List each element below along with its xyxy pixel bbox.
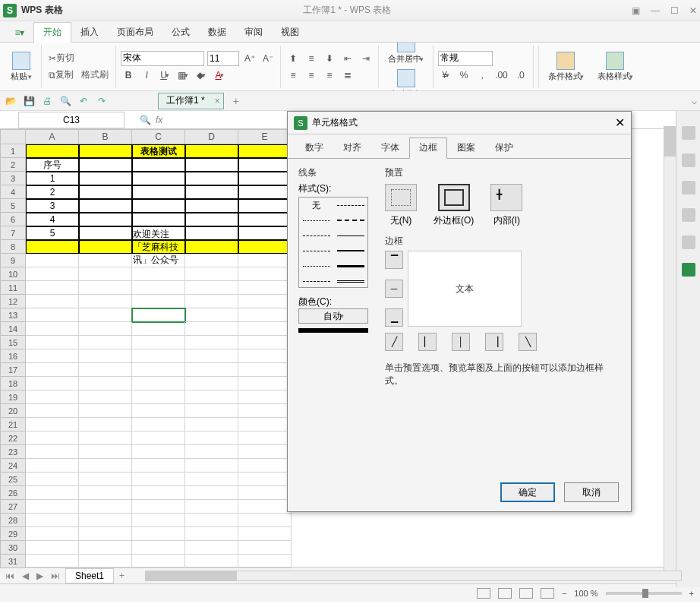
- distribute-button[interactable]: ≣: [340, 68, 355, 83]
- cell[interactable]: [238, 555, 292, 568]
- cell[interactable]: 2: [26, 185, 79, 199]
- preset-outer-button[interactable]: [438, 184, 470, 211]
- row-header[interactable]: 7: [0, 226, 26, 240]
- tab-view[interactable]: 视图: [272, 23, 308, 42]
- style-none[interactable]: 无: [299, 198, 333, 213]
- style-opt-8[interactable]: [299, 258, 333, 273]
- sheet-nav-last[interactable]: ⏭: [49, 571, 62, 581]
- cell[interactable]: [238, 185, 292, 199]
- column-header[interactable]: B: [79, 129, 132, 144]
- cell[interactable]: [79, 404, 132, 418]
- cell[interactable]: [26, 295, 79, 308]
- add-sheet-button[interactable]: +: [117, 571, 127, 581]
- color-select[interactable]: 自动 ▾: [298, 308, 368, 324]
- align-center-button[interactable]: ≡: [304, 68, 319, 83]
- cell[interactable]: [79, 144, 132, 158]
- cell[interactable]: [79, 473, 132, 486]
- sidebar-camera-icon[interactable]: [682, 263, 695, 277]
- cell[interactable]: [79, 240, 132, 254]
- cell[interactable]: [238, 226, 292, 240]
- row-header[interactable]: 13: [0, 308, 26, 322]
- style-opt-6[interactable]: [299, 243, 333, 258]
- cell[interactable]: [132, 459, 185, 473]
- print-preview-icon[interactable]: 🔍: [58, 93, 73, 109]
- align-left-button[interactable]: ≡: [285, 68, 301, 83]
- cell[interactable]: [79, 308, 132, 322]
- align-bottom-button[interactable]: ⬇: [322, 51, 337, 66]
- cell[interactable]: [132, 541, 185, 555]
- cell[interactable]: [26, 390, 79, 404]
- cell[interactable]: [238, 295, 292, 308]
- cell[interactable]: [185, 363, 238, 377]
- italic-button[interactable]: I: [139, 68, 154, 83]
- decimal-increase-button[interactable]: .00: [493, 68, 510, 83]
- view-page-button[interactable]: [498, 588, 512, 599]
- style-opt-2[interactable]: [299, 213, 333, 228]
- comma-button[interactable]: ,: [475, 68, 490, 83]
- cell[interactable]: [79, 213, 132, 226]
- sheet-tab[interactable]: Sheet1: [65, 568, 114, 583]
- cell[interactable]: [26, 363, 79, 377]
- cell[interactable]: [238, 144, 292, 158]
- cell[interactable]: [185, 527, 238, 541]
- row-header[interactable]: 23: [0, 445, 26, 459]
- cell[interactable]: [79, 486, 132, 500]
- cell[interactable]: 1: [26, 172, 79, 185]
- cell[interactable]: [185, 185, 238, 199]
- cell[interactable]: [132, 377, 185, 390]
- border-button[interactable]: ▦▾: [175, 68, 191, 83]
- border-bottom-button[interactable]: ▁: [385, 308, 403, 327]
- cell[interactable]: [185, 445, 238, 459]
- cell[interactable]: [238, 404, 292, 418]
- line-style-list[interactable]: 无: [298, 197, 368, 288]
- cell[interactable]: 4: [26, 213, 79, 226]
- cell[interactable]: [238, 514, 292, 527]
- column-header[interactable]: D: [185, 129, 238, 144]
- cell[interactable]: [185, 226, 238, 240]
- save-icon[interactable]: 💾: [21, 93, 36, 109]
- style-opt-10[interactable]: [299, 273, 333, 289]
- cell[interactable]: [185, 432, 238, 445]
- cell[interactable]: [238, 486, 292, 500]
- indent-increase-button[interactable]: ⇥: [358, 51, 374, 66]
- sheet-nav-prev[interactable]: ◀: [20, 571, 31, 581]
- cell[interactable]: [185, 514, 238, 527]
- border-left-button[interactable]: ▏: [418, 333, 437, 351]
- close-button[interactable]: ✕: [689, 5, 697, 16]
- tab-layout[interactable]: 页面布局: [108, 23, 162, 42]
- cell[interactable]: [26, 267, 79, 281]
- cut-button[interactable]: ✂ 剪切: [46, 51, 77, 66]
- column-header[interactable]: E: [238, 129, 292, 144]
- row-header[interactable]: 18: [0, 377, 26, 390]
- cell[interactable]: [132, 486, 185, 500]
- style-opt-1[interactable]: [333, 198, 367, 213]
- dialog-tab-border[interactable]: 边框: [409, 138, 447, 159]
- cell[interactable]: [79, 158, 132, 172]
- cell[interactable]: [79, 514, 132, 527]
- row-header[interactable]: 11: [0, 281, 26, 295]
- align-middle-button[interactable]: ≡: [304, 51, 319, 66]
- border-vmid-button[interactable]: │: [452, 333, 470, 351]
- bold-button[interactable]: B: [121, 68, 136, 83]
- cell[interactable]: [79, 185, 132, 199]
- cell[interactable]: 欢迎关注「芝麻科技讯」公众号: [132, 240, 185, 254]
- cell[interactable]: [185, 390, 238, 404]
- view-normal-button[interactable]: [477, 588, 490, 599]
- row-header[interactable]: 28: [0, 514, 26, 527]
- zoom-thumb[interactable]: [642, 589, 648, 598]
- quick-launch-icon[interactable]: ▣: [632, 5, 640, 16]
- cell[interactable]: [79, 418, 132, 432]
- sidebar-settings-icon[interactable]: [682, 153, 695, 167]
- undo-icon[interactable]: ↶: [76, 93, 91, 109]
- cell[interactable]: [79, 322, 132, 336]
- cell[interactable]: [185, 322, 238, 336]
- cell[interactable]: [26, 541, 79, 555]
- row-header[interactable]: 17: [0, 363, 26, 377]
- cell[interactable]: [238, 254, 292, 267]
- preset-inner-button[interactable]: ╋: [490, 184, 522, 211]
- cell[interactable]: [238, 390, 292, 404]
- sheet-nav-first[interactable]: ⏮: [3, 571, 17, 581]
- column-header[interactable]: A: [26, 129, 79, 144]
- collapse-ribbon-icon[interactable]: ⌵: [692, 96, 697, 106]
- cell[interactable]: [132, 281, 185, 295]
